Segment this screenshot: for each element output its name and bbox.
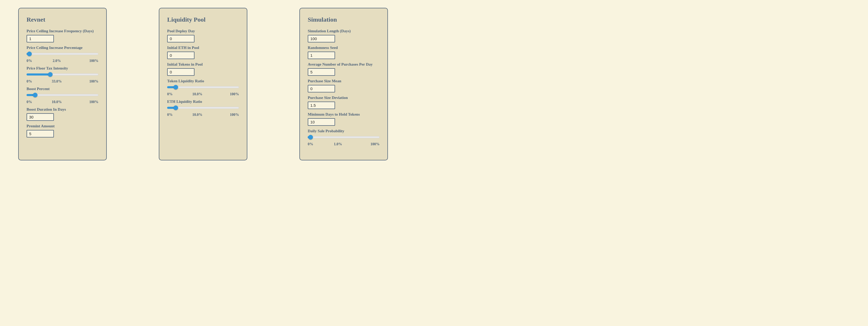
slider-mid: 1.0%: [334, 142, 342, 146]
min-hold-label: Minimum Days to Hold Tokens: [308, 112, 380, 117]
slider-thumb[interactable]: [308, 135, 313, 140]
price-ceiling-freq-field: Price Ceiling Increase Frequency (Days): [27, 29, 98, 42]
pool-deploy-day-input[interactable]: [167, 35, 194, 42]
slider-mid: 2.0%: [53, 59, 61, 63]
size-mean-field: Purchase Size Mean: [308, 79, 380, 92]
slider-mid: 10.0%: [192, 113, 203, 117]
slider-mid: 10.0%: [192, 92, 203, 96]
initial-tokens-field: Initial Tokens in Pool: [167, 62, 239, 76]
sim-length-input[interactable]: [308, 35, 335, 42]
pool-deploy-day-label: Pool Deploy Day: [167, 29, 239, 33]
min-hold-field: Minimum Days to Hold Tokens: [308, 112, 380, 126]
slider-min: 0%: [308, 142, 313, 146]
initial-eth-input[interactable]: [167, 52, 194, 59]
slider-max: 100%: [89, 100, 98, 104]
boost-duration-input[interactable]: [27, 113, 54, 121]
premint-amount-field: Premint Amount: [27, 124, 98, 138]
revnet-panel: Revnet Price Ceiling Increase Frequency …: [18, 8, 107, 160]
sale-probability-field: Daily Sale Probability 0% 1.0% 100%: [308, 129, 380, 146]
seed-field: Randomness Seed: [308, 46, 380, 59]
size-dev-input[interactable]: [308, 101, 335, 109]
price-ceiling-pct-slider[interactable]: [27, 52, 98, 56]
token-liquidity-field: Token Liquidity Ratio 0% 10.0% 100%: [167, 79, 239, 96]
min-hold-input[interactable]: [308, 118, 335, 126]
eth-liquidity-label: ETH Liquidity Ratio: [167, 99, 239, 104]
eth-liquidity-slider[interactable]: [167, 106, 239, 110]
slider-thumb[interactable]: [33, 93, 37, 97]
initial-eth-label: Initial ETH in Pool: [167, 46, 239, 50]
token-liquidity-label: Token Liquidity Ratio: [167, 79, 239, 83]
size-mean-label: Purchase Size Mean: [308, 79, 380, 83]
simulation-panel: Simulation Simulation Length (Days) Rand…: [300, 8, 388, 160]
size-mean-input[interactable]: [308, 85, 335, 92]
slider-min: 0%: [27, 100, 32, 104]
premint-amount-label: Premint Amount: [27, 124, 98, 128]
slider-thumb[interactable]: [174, 106, 178, 110]
price-floor-tax-label: Price Floor Tax Intensity: [27, 66, 98, 70]
eth-liquidity-field: ETH Liquidity Ratio 0% 10.0% 100%: [167, 99, 239, 117]
sale-probability-slider[interactable]: [308, 135, 380, 140]
price-ceiling-freq-label: Price Ceiling Increase Frequency (Days): [27, 29, 98, 33]
slider-max: 100%: [89, 80, 98, 84]
token-liquidity-slider[interactable]: [167, 85, 239, 90]
price-floor-tax-field: Price Floor Tax Intensity 0% 33.0% 100%: [27, 66, 98, 84]
size-dev-label: Purchase Size Deviation: [308, 95, 380, 100]
slider-thumb[interactable]: [48, 72, 53, 77]
slider-min: 0%: [167, 113, 173, 117]
slider-max: 100%: [230, 92, 239, 96]
boost-percent-slider[interactable]: [27, 93, 98, 97]
slider-thumb[interactable]: [174, 85, 178, 90]
slider-min: 0%: [167, 92, 173, 96]
sale-probability-label: Daily Sale Probability: [308, 129, 380, 133]
pool-deploy-day-field: Pool Deploy Day: [167, 29, 239, 42]
slider-mid: 33.0%: [52, 80, 62, 84]
initial-tokens-input[interactable]: [167, 68, 194, 76]
boost-duration-label: Boost Duration In Days: [27, 107, 98, 112]
liquidity-pool-panel: Liquidity Pool Pool Deploy Day Initial E…: [159, 8, 247, 160]
price-floor-tax-slider[interactable]: [27, 72, 98, 77]
sim-title: Simulation: [308, 16, 380, 23]
slider-max: 100%: [230, 113, 239, 117]
boost-percent-label: Boost Percent: [27, 87, 98, 91]
initial-tokens-label: Initial Tokens in Pool: [167, 62, 239, 67]
price-ceiling-pct-field: Price Ceiling Increase Percentage 0% 2.0…: [27, 46, 98, 63]
sim-length-field: Simulation Length (Days): [308, 29, 380, 42]
sim-length-label: Simulation Length (Days): [308, 29, 380, 33]
initial-eth-field: Initial ETH in Pool: [167, 46, 239, 59]
avg-purchases-input[interactable]: [308, 68, 335, 76]
slider-max: 100%: [370, 142, 380, 146]
boost-percent-field: Boost Percent 0% 10.0% 100%: [27, 87, 98, 104]
seed-input[interactable]: [308, 52, 335, 59]
seed-label: Randomness Seed: [308, 46, 380, 50]
avg-purchases-label: Average Number of Purchases Per Day: [308, 62, 380, 67]
slider-thumb[interactable]: [27, 52, 32, 56]
premint-amount-input[interactable]: [27, 130, 54, 138]
slider-min: 0%: [27, 59, 32, 63]
avg-purchases-field: Average Number of Purchases Per Day: [308, 62, 380, 76]
revnet-title: Revnet: [27, 16, 98, 23]
slider-max: 100%: [89, 59, 98, 63]
size-dev-field: Purchase Size Deviation: [308, 95, 380, 109]
price-ceiling-pct-label: Price Ceiling Increase Percentage: [27, 46, 98, 50]
boost-duration-field: Boost Duration In Days: [27, 107, 98, 121]
slider-min: 0%: [27, 80, 32, 84]
price-ceiling-freq-input[interactable]: [27, 35, 54, 42]
slider-mid: 10.0%: [52, 100, 62, 104]
pool-title: Liquidity Pool: [167, 16, 239, 23]
